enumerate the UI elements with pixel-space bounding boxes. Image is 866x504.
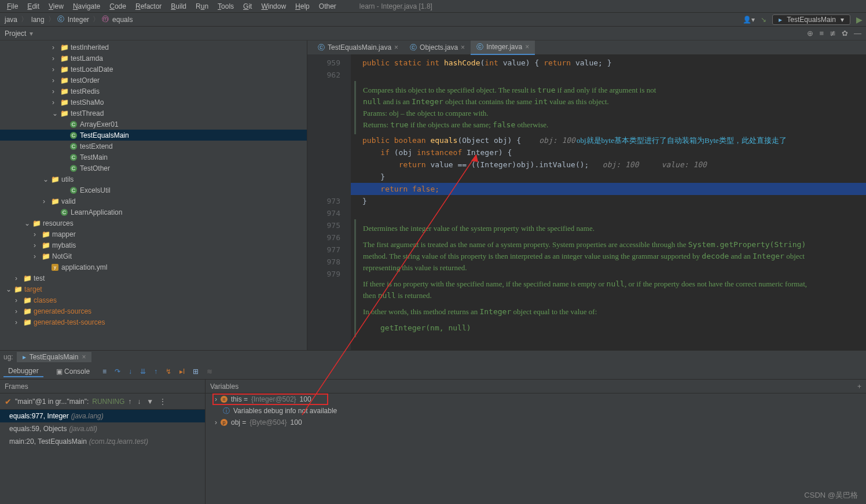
tree-item[interactable]: ›📁testInherited — [0, 42, 307, 53]
tree-item[interactable]: ›📁testOrder — [0, 75, 307, 86]
variable-row[interactable]: ›≡this = {Integer@502} 100 — [206, 393, 866, 405]
menu-run[interactable]: Run — [192, 2, 212, 11]
debug-label: ug: — [3, 353, 17, 361]
stack-frame[interactable]: equals:59, Objects (java.util) — [0, 422, 205, 435]
crumb-lang[interactable]: lang — [30, 16, 46, 24]
crumb-equals[interactable]: equals — [111, 16, 134, 24]
menu-refactor[interactable]: Refactor — [132, 2, 165, 11]
step-icon[interactable]: ≡ — [102, 367, 107, 376]
tree-item[interactable]: ⌄📁resources — [0, 218, 307, 229]
tree-item[interactable]: ›📁valid — [0, 196, 307, 207]
tree-item[interactable]: CExcelsUtil — [0, 185, 307, 196]
crumb-integer[interactable]: Integer — [67, 16, 90, 24]
force-step-icon[interactable]: ⇊ — [140, 367, 146, 376]
navigation-bar: java〉 lang〉 ⓒInteger〉 ⓜequals 👤▾ ↘ ▸Test… — [0, 13, 866, 27]
menu-edit[interactable]: Edit — [24, 2, 43, 11]
evaluate-icon[interactable]: ⊞ — [193, 367, 199, 376]
close-tab-icon[interactable]: × — [525, 43, 529, 51]
collapse-icon[interactable]: ≢ — [830, 29, 836, 38]
user-icon[interactable]: 👤▾ — [743, 16, 755, 24]
javadoc-block: Determines the integer value of the syst… — [354, 219, 817, 337]
variable-row[interactable]: ›pobj = {Byte@504} 100 — [206, 417, 866, 428]
editor-tabs: ⓒTestEqualsMain.java×ⓒObjects.java×ⓒInte… — [307, 41, 866, 54]
inline-annotation: obj就是byte基本类型进行了自动装箱为Byte类型，此处直接走了 — [577, 134, 787, 146]
menu-file[interactable]: File — [3, 2, 21, 11]
tree-item[interactable]: ›📁classes — [0, 295, 307, 306]
stack-frame[interactable]: equals:977, Integer (java.lang) — [0, 410, 205, 422]
tree-item[interactable]: CtestExtend — [0, 141, 307, 152]
run-config-dropdown[interactable]: ▸TestEqualsMain▾ — [772, 14, 850, 25]
step-into-icon[interactable]: ↓ — [129, 367, 132, 376]
project-tree: ›📁testInherited›📁testLamda›📁testLocalDat… — [0, 41, 307, 350]
close-tab-icon[interactable]: × — [394, 43, 398, 51]
watermark: CSDN @吴巴格 — [804, 490, 858, 501]
step-out-icon[interactable]: ↑ — [154, 367, 157, 376]
tree-item[interactable]: ⌄📁target — [0, 284, 307, 295]
menu-help[interactable]: Help — [292, 2, 313, 11]
javadoc-block: Compares this object to the specified ob… — [354, 81, 817, 134]
tree-item[interactable]: ⌄📁testThread — [0, 108, 307, 119]
tree-item[interactable]: ⌄📁utils — [0, 174, 307, 185]
tree-item[interactable]: ›📁testLocalDate — [0, 64, 307, 75]
project-toolwindow-header: Project ▾ ⊕ ≡ ≢ ✿ — — [0, 27, 866, 41]
run-to-cursor-icon[interactable]: ▸I — [179, 367, 185, 376]
editor-tab[interactable]: ⓒTestEqualsMain.java× — [312, 41, 404, 54]
tree-item[interactable]: ›📁mybatis — [0, 240, 307, 251]
thread-selector[interactable]: ✔"main"@1 in gr..."main": RUNNING ↑↓▼⋮ — [0, 393, 205, 410]
menu-build[interactable]: Build — [167, 2, 190, 11]
debugger-tab[interactable]: Debugger — [3, 366, 43, 377]
tree-item[interactable]: CArrayExer01 — [0, 119, 307, 130]
menu-tools[interactable]: Tools — [214, 2, 237, 11]
frames-title: Frames — [5, 382, 28, 391]
console-tab[interactable]: ▣ Console — [52, 366, 94, 377]
tree-item[interactable]: ›📁testLamda — [0, 53, 307, 64]
project-title[interactable]: Project — [5, 30, 26, 38]
code-editor[interactable]: 959962973974975976977978979 public stati… — [307, 54, 866, 350]
hide-icon[interactable]: — — [854, 29, 861, 38]
tree-item[interactable]: CTestMain — [0, 152, 307, 163]
stack-frame[interactable]: main:20, TestEqualsMain (com.lzq.learn.t… — [0, 435, 205, 448]
debug-session-tab[interactable]: ▸TestEqualsMain× — [17, 352, 92, 362]
step-over-icon[interactable]: ↷ — [115, 367, 120, 376]
editor-tab[interactable]: ⓒInteger.java× — [471, 41, 535, 55]
window-title: learn - Integer.java [1.8] — [359, 2, 432, 10]
menu-other[interactable]: Other — [315, 2, 340, 11]
variables-panel: Variables+ ›≡this = {Integer@502} 100ⓘVa… — [206, 380, 866, 504]
crumb-java[interactable]: java — [3, 16, 19, 24]
menu-code[interactable]: Code — [106, 2, 130, 11]
menu-navigate[interactable]: Navigate — [69, 2, 104, 11]
trace-icon[interactable]: ≋ — [207, 367, 212, 376]
run-button[interactable]: ▶ — [856, 15, 863, 24]
tree-item[interactable]: ›📁NotGit — [0, 251, 307, 262]
filter-icon[interactable]: ▼ — [146, 398, 153, 406]
tree-item[interactable]: ›📁testRedis — [0, 86, 307, 97]
prev-frame-icon[interactable]: ↑ — [128, 398, 131, 406]
expand-icon[interactable]: ≡ — [819, 29, 824, 38]
select-opened-icon[interactable]: ⊕ — [807, 29, 813, 38]
variables-title: Variables — [210, 382, 238, 391]
variable-row[interactable]: ⓘVariables debug info not available — [206, 405, 866, 417]
tree-item[interactable]: ›📁mapper — [0, 229, 307, 240]
tree-item[interactable]: ›📁generated-test-sources — [0, 317, 307, 328]
tree-item[interactable]: CLearnApplication — [0, 207, 307, 218]
close-tab-icon[interactable]: × — [461, 43, 465, 51]
editor-area: ⓒTestEqualsMain.java×ⓒObjects.java×ⓒInte… — [307, 41, 866, 350]
tree-item[interactable]: yapplication.yml — [0, 262, 307, 273]
drop-frame-icon[interactable]: ↯ — [166, 367, 171, 376]
hammer-icon[interactable]: ↘ — [761, 16, 766, 24]
tree-item[interactable]: ›📁testShaMo — [0, 97, 307, 108]
tree-item[interactable]: CTestOther — [0, 163, 307, 174]
breadcrumbs: java〉 lang〉 ⓒInteger〉 ⓜequals — [3, 14, 134, 24]
menu-git[interactable]: Git — [240, 2, 255, 11]
menu-window[interactable]: Window — [258, 2, 289, 11]
tree-item[interactable]: ›📁test — [0, 273, 307, 284]
tree-item[interactable]: ›📁generated-sources — [0, 306, 307, 317]
editor-tab[interactable]: ⓒObjects.java× — [404, 41, 471, 54]
menu-view[interactable]: View — [45, 2, 67, 11]
settings-icon[interactable]: ✿ — [842, 29, 848, 38]
tree-item[interactable]: CTestEqualsMain — [0, 130, 307, 141]
next-frame-icon[interactable]: ↓ — [137, 398, 141, 406]
source[interactable]: public static int hashCode(int value) { … — [351, 54, 866, 350]
menu-bar: File Edit View Navigate Code Refactor Bu… — [0, 0, 866, 13]
debug-toolwindow: ug: ▸TestEqualsMain× Debugger ▣ Console … — [0, 350, 866, 504]
